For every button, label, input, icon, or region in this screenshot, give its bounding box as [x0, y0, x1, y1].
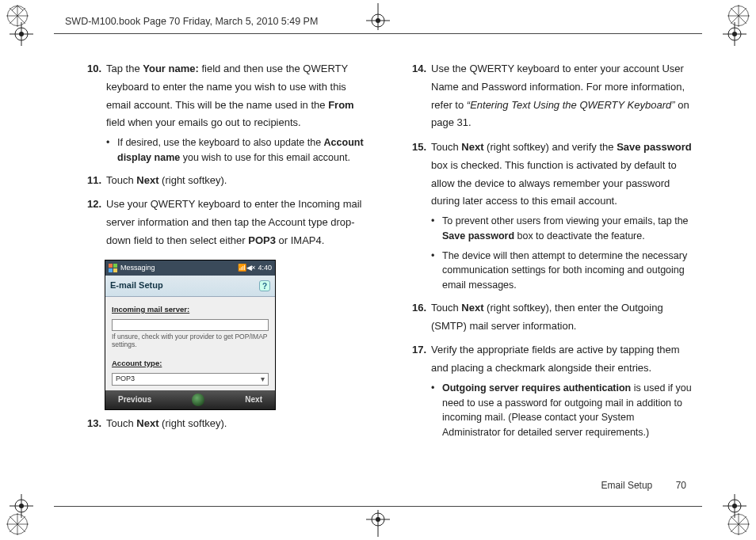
app-title: Messaging: [120, 262, 155, 275]
softkey-next: Next: [245, 393, 262, 407]
step-text: Use the QWERTY keyboard to enter your ac…: [431, 63, 689, 128]
windows-flag-icon: [109, 264, 117, 272]
step-number: 11.: [79, 172, 101, 190]
clock: 4:40: [258, 262, 272, 275]
signal-icon: 📶 ◀×: [238, 262, 255, 275]
step-11: 11. Touch Next (right softkey).: [79, 172, 368, 190]
phone-screenshot: Messaging 📶 ◀× 4:40 E-mail Setup ? Incom…: [105, 260, 276, 410]
page-footer: Email Setup 70: [601, 480, 686, 491]
svg-point-45: [376, 517, 380, 522]
page-number: 70: [676, 480, 686, 491]
keyboard-icon: [192, 394, 204, 406]
step-15: 15. Touch Next (right softkey) and verif…: [404, 139, 693, 293]
step-number: 17.: [404, 341, 426, 359]
step-10-bullet: If desired, use the keyboard to also upd…: [106, 135, 368, 165]
crop-mark-icon: [366, 3, 390, 30]
svg-point-37: [732, 504, 737, 508]
step-text: Touch Next (right softkey), then enter t…: [431, 302, 663, 332]
rule-line: [54, 506, 702, 507]
step-16: 16. Touch Next (right softkey), then ent…: [404, 299, 693, 336]
page-header: SWD-M100.book Page 70 Friday, March 5, 2…: [65, 16, 318, 27]
help-icon: ?: [259, 280, 270, 291]
step-number: 12.: [79, 196, 101, 214]
crop-mark-icon: [10, 494, 33, 518]
step-number: 16.: [404, 299, 426, 318]
crop-mark-icon: [723, 494, 746, 518]
left-column: 10. Tap the Your name: field and then us…: [79, 60, 368, 461]
phone-menubar: Previous Next: [105, 390, 275, 409]
svg-point-33: [732, 32, 737, 36]
account-type-select: POP3: [112, 373, 269, 386]
screen-heading: E-mail Setup ?: [105, 276, 275, 296]
phone-titlebar: Messaging 📶 ◀× 4:40: [105, 260, 275, 276]
step-text: Touch Next (right softkey) and verify th…: [431, 141, 692, 207]
rule-line: [54, 33, 702, 34]
svg-point-25: [19, 32, 24, 36]
incoming-server-input: [112, 319, 269, 331]
incoming-server-label: Incoming mail server:: [112, 303, 269, 317]
crop-mark-icon: [723, 22, 746, 46]
crop-mark-icon: [366, 510, 390, 537]
step-number: 10.: [79, 60, 101, 78]
step-12: 12. Use your QWERTY keyboard to enter th…: [79, 196, 368, 249]
svg-point-41: [376, 18, 380, 23]
page-content: 10. Tap the Your name: field and then us…: [79, 60, 693, 461]
step-text: Touch Next (right softkey).: [106, 174, 227, 186]
provider-hint: If unsure, check with your provider to g…: [112, 333, 269, 348]
step-17-bullet: Outgoing server requires authentication …: [431, 381, 693, 440]
right-column: 14. Use the QWERTY keyboard to enter you…: [404, 60, 693, 461]
step-number: 14.: [404, 60, 426, 78]
step-text: Touch Next (right softkey).: [106, 417, 227, 429]
step-number: 15.: [404, 139, 426, 157]
softkey-previous: Previous: [118, 393, 151, 407]
step-17: 17. Verify the appropriate fields are ac…: [404, 341, 693, 440]
account-type-label: Account type:: [112, 357, 269, 371]
step-15-bullet-1: To prevent other users from viewing your…: [431, 214, 693, 244]
step-10: 10. Tap the Your name: field and then us…: [79, 60, 368, 165]
crop-mark-icon: [10, 22, 33, 46]
step-15-bullet-2: The device will then attempt to determin…: [431, 249, 693, 293]
step-text: Verify the appropriate fields are active…: [431, 344, 680, 374]
step-text: Use your QWERTY keyboard to enter the In…: [106, 198, 362, 246]
footer-section: Email Setup: [601, 480, 653, 491]
step-14: 14. Use the QWERTY keyboard to enter you…: [404, 60, 693, 132]
svg-point-29: [19, 504, 24, 508]
step-13: 13. Touch Next (right softkey).: [79, 415, 368, 433]
step-text: Tap the Your name: field and then use th…: [106, 63, 354, 128]
step-number: 13.: [79, 415, 101, 433]
